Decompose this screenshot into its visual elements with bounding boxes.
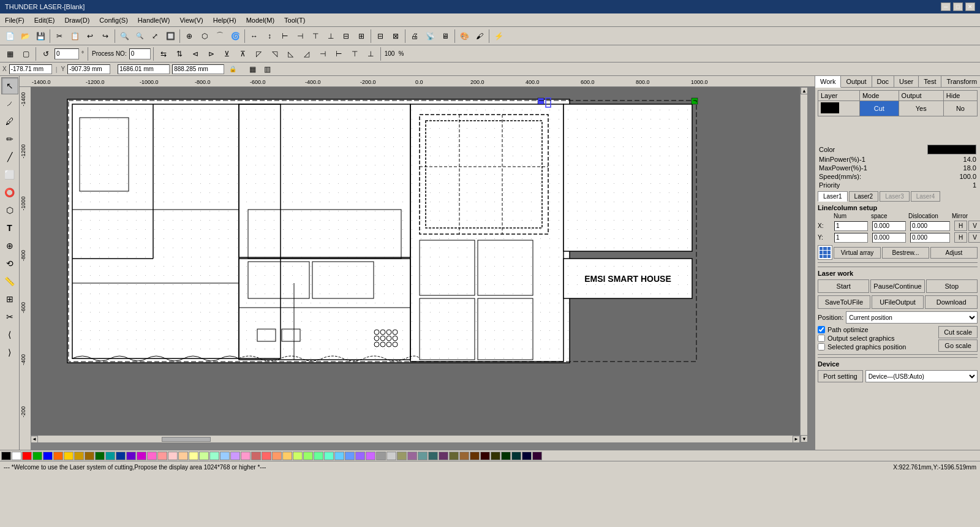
device-select[interactable]: Device---(USB:Auto) [865,370,978,382]
palette-lightyellow[interactable] [189,452,198,460]
palette-darkbrown[interactable] [470,452,480,460]
laser1-tab[interactable]: Laser1 [818,191,848,202]
tb-zoomfit[interactable]: ⤢ [148,29,162,44]
tb-corner4[interactable]: ◿ [300,47,314,61]
canvas-content[interactable]: EMSI SMART HOUSE ▲ ▼ [31,87,807,442]
palette-cornflower[interactable] [334,452,344,460]
process-input[interactable] [129,48,151,59]
scroll-left-arrow[interactable]: ◄ [31,436,38,443]
stop-btn[interactable]: Stop [926,279,978,293]
lc-y-space[interactable] [872,233,906,243]
palette-lightpink[interactable] [157,452,167,460]
tb-break[interactable]: ⊻ [220,47,235,61]
palette-sienna[interactable] [459,452,469,460]
u-file-output-btn[interactable]: UFileOutput [872,295,924,309]
tool-rotate[interactable]: ⟲ [1,255,18,272]
tab-user[interactable]: User [894,76,919,87]
palette-darkplum[interactable] [532,452,542,460]
selected-graphics-pos-checkbox[interactable] [818,343,825,351]
menu-config[interactable]: Config(S) [94,15,132,25]
menu-tool[interactable]: Tool(T) [279,15,310,25]
tab-test[interactable]: Test [919,76,941,87]
palette-darkteal[interactable] [428,452,438,460]
vertical-scrollbar[interactable]: ▲ ▼ [800,87,807,442]
tb-line1[interactable]: ⊣ [315,47,330,61]
tb-flip-h[interactable]: ↔ [247,29,262,44]
palette-teal[interactable] [105,452,115,460]
tb-corner2[interactable]: ◹ [268,47,282,61]
palette-lime[interactable] [303,452,313,460]
tb-monitor[interactable]: 🖥 [438,29,453,44]
pause-btn[interactable]: Pause/Continue [870,279,924,293]
tool-text[interactable]: T [1,219,18,237]
tool-pen[interactable]: 🖊 [1,113,18,130]
tb-laser[interactable]: ⚡ [491,29,506,44]
layer-color-cell[interactable] [818,101,860,116]
coord-extra2[interactable]: ▥ [261,64,273,75]
tb-join[interactable]: ⊼ [236,47,251,61]
adjust-btn[interactable]: Adjust [930,247,978,259]
lc-x-v[interactable]: V [968,221,980,231]
tb-hex[interactable]: ⬡ [197,29,212,44]
palette-yellow[interactable] [64,452,74,460]
tb-open[interactable]: 📂 [18,29,32,44]
menu-draw[interactable]: Draw(D) [59,15,94,25]
palette-khaki[interactable] [397,452,407,460]
tb-align-ch[interactable]: ⊟ [339,29,353,44]
minimize-button[interactable]: ─ [941,2,951,11]
layer-hide-cell[interactable]: No [943,101,977,116]
output-select-graphics-checkbox[interactable] [818,335,825,342]
palette-peach[interactable] [178,452,188,460]
laser2-tab[interactable]: Laser2 [849,191,879,202]
palette-salmon[interactable] [262,452,271,460]
layer-row[interactable]: Cut Yes No [818,101,978,116]
canvas-area[interactable]: -1400.0 -1200.0 -1000.0 -800.0 -600.0 -4… [20,76,815,450]
scroll-right-arrow[interactable]: ► [793,436,800,443]
palette-moccasin[interactable] [282,452,292,460]
virtual-array-btn[interactable]: Virtual array [834,247,881,259]
tb-line4[interactable]: ⊥ [363,47,378,61]
tb-align-r[interactable]: ⊣ [293,29,307,44]
palette-periwinkle[interactable] [345,452,355,460]
lc-x-h[interactable]: H [954,221,967,231]
lc-y-v[interactable]: V [968,232,980,243]
palette-red[interactable] [22,452,32,460]
menu-view[interactable]: View(V) [175,15,208,25]
tb-select-all[interactable]: ▦ [2,47,17,61]
tool-scissors[interactable]: ✂ [1,308,18,325]
layer-output-cell[interactable]: Yes [899,101,943,116]
lc-y-num[interactable] [834,233,868,243]
tab-output[interactable]: Output [841,76,872,87]
tb-send[interactable]: 📡 [423,29,437,44]
tb-redo[interactable]: ↪ [98,29,113,44]
tb-align-t[interactable]: ⊤ [308,29,323,44]
rotate-input[interactable] [55,48,79,59]
palette-darknavy[interactable] [522,452,532,460]
palette-dustyrose[interactable] [251,452,261,460]
palette-verylight-pink[interactable] [168,452,178,460]
palette-seafoam[interactable] [314,452,323,460]
lc-y-h[interactable]: H [954,232,967,243]
tb-ungroup[interactable]: ⊠ [388,29,403,44]
palette-brown[interactable] [85,452,94,460]
tb-node2[interactable]: ⊳ [204,47,219,61]
palette-olive[interactable] [449,452,459,460]
tb-spiral[interactable]: 🌀 [228,29,243,44]
lc-x-disloc[interactable] [910,221,950,231]
palette-darkgreen[interactable] [95,452,105,460]
palette-skyblue[interactable] [220,452,230,460]
bestrew-btn[interactable]: Bestrew... [882,247,929,259]
tb-align-l[interactable]: ⊢ [277,29,292,44]
lc-y-disloc[interactable] [910,233,950,243]
tool-right[interactable]: ⟩ [1,344,18,361]
palette-orchid[interactable] [366,452,375,460]
coord-extra1[interactable]: ▦ [246,64,258,75]
width-coord[interactable] [118,64,170,74]
start-btn[interactable]: Start [818,279,869,293]
y-coord[interactable] [67,64,110,74]
tb-node1[interactable]: ⊲ [188,47,203,61]
palette-mint[interactable] [209,452,219,460]
tb-zoomin[interactable]: 🔍 [117,29,132,44]
palette-darkolive[interactable] [491,452,500,460]
palette-orange[interactable] [53,452,63,460]
